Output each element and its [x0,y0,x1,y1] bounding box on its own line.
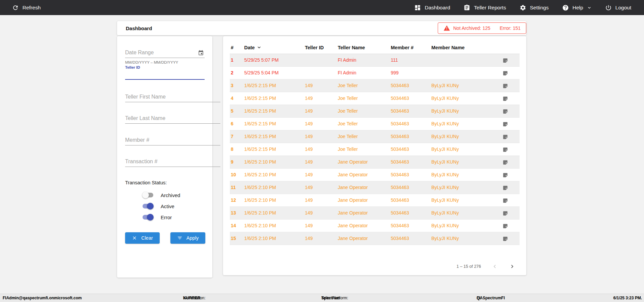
cell-date: 1/6/25 2:15 PM [243,105,304,117]
col-date-label: Date [244,45,255,50]
table-row[interactable]: 2 5/29/25 5:04 PM FI Admin 999 [230,66,520,79]
cell-member-name: ByLyJI KUNy [430,168,501,181]
alert-not-archived: Not Archived: 125 [453,25,490,31]
cell-member-name: ByLyJI KUNy [430,105,501,117]
toggle-switch-archived[interactable] [142,192,154,198]
note-icon[interactable] [502,172,508,178]
table-row[interactable]: 13 1/6/25 2:10 PM 149 Jane Operator 5034… [230,206,520,219]
table-row[interactable]: 12 1/6/25 2:10 PM 149 Jane Operator 5034… [230,194,520,206]
note-icon[interactable] [502,147,508,153]
dashboard-icon [414,4,421,11]
table-row[interactable]: 11 1/6/25 2:10 PM 149 Jane Operator 5034… [230,181,520,194]
cell-note [501,206,520,219]
status-bar: FIAdmin@qaspectrumfi.onmicrosoft.com Wor… [0,294,644,302]
cell-note [501,117,520,130]
note-icon[interactable] [502,109,508,114]
table-row[interactable]: 6 1/6/25 2:15 PM 149 Joe Teller 5034463 … [230,117,520,130]
note-icon[interactable] [502,134,508,140]
table-row[interactable]: 9 1/6/25 2:10 PM 149 Jane Operator 50344… [230,156,520,168]
cell-date: 1/6/25 2:15 PM [243,130,304,143]
next-page-button[interactable] [508,263,516,270]
transaction-number-input[interactable] [125,159,220,167]
cell-teller-name: Joe Teller [337,105,390,117]
platform-info: Teller Platform: Spectrum [321,294,340,302]
nav-teller-reports[interactable]: Teller Reports [464,4,506,11]
status-datetime: 6/1/25 3:23 PM. [613,294,642,302]
cell-note [501,181,520,194]
note-icon[interactable] [502,121,508,127]
note-icon[interactable] [502,198,508,203]
row-number: 10 [230,168,243,181]
toggle-label: Active [161,203,174,209]
cell-member-name: ByLyJI KUNy [430,206,501,219]
note-icon[interactable] [502,236,508,242]
table-row[interactable]: 7 1/6/25 2:15 PM 149 Joe Teller 5034463 … [230,130,520,143]
note-icon[interactable] [502,160,508,165]
cell-note [501,54,520,66]
toggle-switch-active[interactable] [142,203,154,209]
toggle-switch-error[interactable] [142,214,154,221]
col-member-name: Member Name [430,42,501,54]
cell-member-number: 5034463 [390,156,430,168]
note-icon[interactable] [502,223,508,229]
refresh-button[interactable]: Refresh [12,4,41,11]
table-row[interactable]: 4 1/6/25 2:15 PM 149 Joe Teller 5034463 … [230,92,520,105]
cell-teller-id: 149 [304,105,337,117]
note-icon[interactable] [502,83,508,89]
cell-teller-name: Jane Operator [337,168,390,181]
table-row[interactable]: 5 1/6/25 2:15 PM 149 Joe Teller 5034463 … [230,105,520,117]
row-number: 7 [230,130,243,143]
cell-date: 5/29/25 5:07 PM [243,54,304,66]
cell-member-number: 5034463 [390,219,430,232]
teller-last-name-input[interactable] [125,115,220,124]
calendar-icon[interactable] [198,50,204,56]
nav-logout[interactable]: Logout [605,4,631,11]
cell-note [501,105,520,117]
table-row[interactable]: 8 1/6/25 2:15 PM 149 Joe Teller 5034463 … [230,143,520,156]
note-icon[interactable] [502,70,508,76]
apply-button[interactable]: Apply [170,232,205,244]
table-row[interactable]: 3 1/6/25 2:15 PM 149 Joe Teller 5034463 … [230,79,520,92]
cell-teller-id: 149 [304,232,337,245]
filter-icon [177,235,182,241]
cell-teller-name: Joe Teller [337,92,390,105]
cell-member-name: ByLyJI KUNy [430,143,501,156]
cell-member-name: ByLyJI KUNy [430,194,501,206]
transactions-table: # Date Teller ID Teller Name Member # Me… [230,42,520,245]
cell-member-name: ByLyJI KUNy [430,117,501,130]
cell-member-number: 5034463 [390,232,430,245]
table-row[interactable]: 14 1/6/25 2:10 PM 149 Jane Operator 5034… [230,219,520,232]
note-icon[interactable] [502,210,508,216]
cell-member-number: 5034463 [390,79,430,92]
clear-button[interactable]: Clear [125,232,160,244]
col-date[interactable]: Date [243,42,304,54]
cell-date: 5/29/25 5:04 PM [243,66,304,79]
help-icon [562,4,569,11]
table-row[interactable]: 10 1/6/25 2:10 PM 149 Jane Operator 5034… [230,168,520,181]
toggle-label: Error [161,215,172,220]
nav-help[interactable]: Help [562,4,592,11]
filter-panel: MM/DD/YYYY – MM/DD/YYYY Teller ID Transa… [117,36,212,278]
cell-member-name: ByLyJI KUNy [430,79,501,92]
cell-teller-name: Jane Operator [337,181,390,194]
nav-settings[interactable]: Settings [520,4,549,11]
date-range-input[interactable] [125,50,198,58]
teller-first-name-input[interactable] [125,94,220,102]
teller-id-input[interactable] [125,70,205,80]
table-row[interactable]: 1 5/29/25 5:07 PM FI Admin 111 [230,54,520,66]
nav-dashboard-label: Dashboard [425,5,450,11]
chevron-down-icon [587,5,592,10]
cell-teller-name: Joe Teller [337,79,390,92]
previous-page-button[interactable] [491,263,498,270]
table-row[interactable]: 15 1/6/25 2:10 PM 149 Jane Operator 5034… [230,232,520,245]
row-number: 1 [230,54,243,66]
member-number-input[interactable] [125,137,220,145]
nav-teller-reports-label: Teller Reports [474,5,506,11]
nav-dashboard[interactable]: Dashboard [414,4,450,11]
note-icon[interactable] [502,185,508,191]
note-icon[interactable] [502,96,508,102]
row-number: 15 [230,232,243,245]
note-icon[interactable] [502,58,508,63]
cell-teller-id: 149 [304,219,337,232]
cell-date: 1/6/25 2:10 PM [243,156,304,168]
